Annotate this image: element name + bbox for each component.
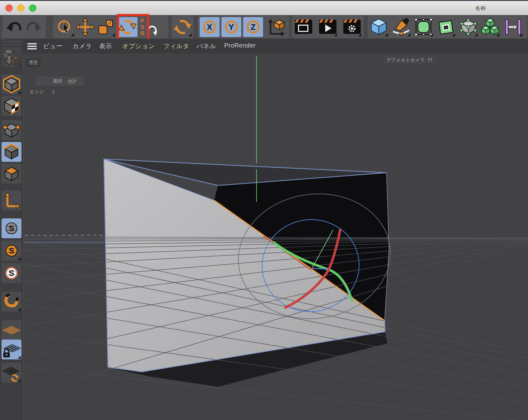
magnet-icon [2,292,21,311]
polygon-mode-icon [2,164,21,183]
x-axis-label: X [207,22,212,32]
svg-text:S: S [9,268,14,278]
render-settings-icon [342,17,362,37]
points-mode-button[interactable] [2,120,21,140]
model-mode-button[interactable] [2,74,21,94]
polygon-mode-button[interactable] [2,164,21,184]
close-icon[interactable] [5,4,13,12]
lock-workplane-button[interactable] [2,340,21,359]
menu-camera[interactable]: カメラ [72,42,92,50]
extrude-icon [436,17,456,37]
rotate-normals-button[interactable] [173,17,192,37]
minimize-icon[interactable] [17,4,25,12]
render-view-icon [294,17,313,37]
points-mode-icon [2,121,21,139]
menu-options[interactable]: オプション [122,42,155,50]
coordinate-system-button[interactable] [266,17,287,37]
snap-modes-icon: S [2,264,21,282]
array-generator-button[interactable] [480,17,500,37]
camera-label[interactable]: デフォルトカメラ [384,56,436,64]
coordinate-system-icon [266,17,287,37]
live-selection-icon [55,17,75,37]
spline-pen-button[interactable] [391,17,411,37]
window-title: 名称 [475,5,486,12]
live-selection-button[interactable] [55,17,75,37]
title-bar[interactable]: 名称 [0,1,528,15]
undo-redo-group [2,16,46,38]
tool-group: P S R [53,16,169,38]
mirror-icon [503,17,523,37]
ffd-deformer-button[interactable] [458,17,478,37]
z-axis-label: Z [251,22,256,32]
add-cube-button[interactable] [369,17,389,37]
x-axis-icon: X [200,17,220,37]
menu-panel[interactable]: パネル [197,42,216,50]
undo-button[interactable] [4,17,24,37]
edit-render-settings-button[interactable] [342,17,362,37]
menu-filter[interactable]: フィルタ [163,42,189,50]
subdivision-surface-button[interactable] [414,17,433,37]
view-label[interactable]: 透視 [26,58,41,67]
extrude-generator-button[interactable] [436,17,456,37]
scene-canvas [24,53,528,420]
lock-y-axis-button[interactable]: Y [221,17,241,37]
rotate-copy-group [172,16,193,38]
cube-object[interactable] [104,159,389,387]
main-toolbar: P S R [0,15,528,39]
workplane-mode-button[interactable] [2,320,21,340]
redo-button[interactable] [24,17,44,37]
snap-settings-icon: S [2,241,21,260]
edge-mode-icon [2,143,21,161]
snap-icon: S [2,219,21,238]
camera-settings-icon[interactable] [427,58,433,63]
viewport-3d[interactable]: 透視 デフォルトカメラ 選択 合計 エッジ 1 [23,53,528,420]
align-workplane-button[interactable] [2,363,21,383]
magnet-tool-button[interactable] [2,292,21,312]
selection-info-row: エッジ 1 [27,86,84,98]
selection-info-header: 選択 合計 [35,76,84,86]
mode-sidebar: S S S [0,39,23,420]
texture-mode-button[interactable] [2,96,21,116]
selection-row-label: エッジ [30,89,44,95]
render-view-button[interactable] [294,17,313,37]
sidebar-drag-handle[interactable] [2,40,21,46]
lock-workplane-icon [2,340,21,359]
lock-x-axis-button[interactable]: X [200,17,220,37]
selection-row-value: 1 [52,89,54,94]
render-picture-viewer-icon [318,17,338,37]
svg-text:S: S [9,224,14,233]
edge-mode-button[interactable] [2,142,21,162]
lock-z-axis-button[interactable]: Z [243,17,263,37]
rotate-normals-icon [173,17,192,37]
render-picture-viewer-button[interactable] [318,17,338,37]
array-icon [480,17,500,37]
menu-display[interactable]: 表示 [99,42,112,50]
make-editable-button[interactable] [2,47,21,67]
cube-primitive-icon [369,17,389,37]
ffd-icon [458,17,478,37]
object-group [368,16,527,38]
selection-col-total: 合計 [68,78,77,84]
axis-mode-button[interactable] [2,190,21,210]
scale-tool-button[interactable] [96,17,116,37]
scale-icon [96,17,116,37]
axis-group: X Y Z [198,16,289,38]
zoom-icon[interactable] [29,4,36,12]
undo-icon [4,17,24,37]
menu-prorender[interactable]: ProRender [224,42,256,49]
render-group [292,16,364,38]
y-axis-label: Y [229,22,234,32]
application-window: 名称 [0,0,528,420]
selection-col-selected: 選択 [53,78,62,84]
snap-enabled-button[interactable]: S [2,218,21,238]
move-tool-button[interactable] [75,17,95,37]
snap-settings-button[interactable]: S [2,241,21,261]
menu-view[interactable]: ビュー [43,42,63,50]
hamburger-menu-icon[interactable] [27,43,37,49]
subdivision-surface-icon [414,17,433,37]
align-workplane-icon [2,363,21,382]
instance-mirror-button[interactable] [503,17,523,37]
y-axis-icon: Y [221,17,241,37]
annotation-highlight-box [117,14,149,42]
snap-modes-button[interactable]: S [2,263,21,283]
